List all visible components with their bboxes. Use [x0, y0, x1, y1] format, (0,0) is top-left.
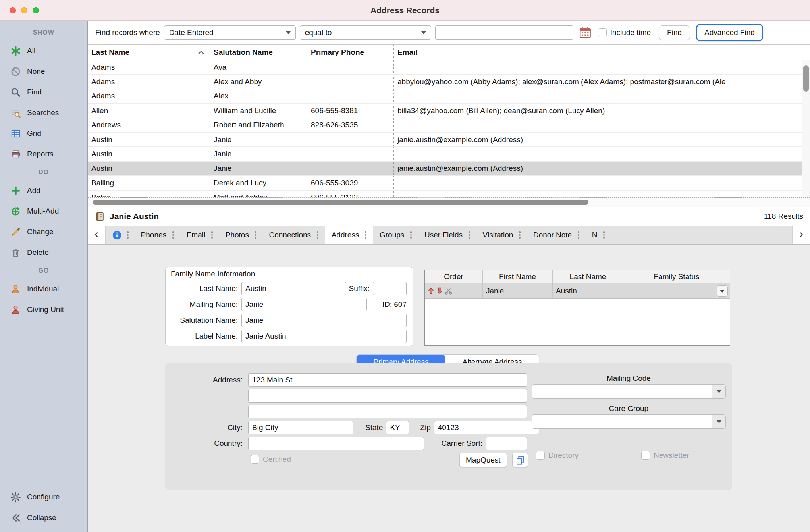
sidebar-item-individual[interactable]: Individual [0, 279, 87, 299]
sidebar-item-change[interactable]: Change [0, 222, 87, 242]
sidebar-item-all[interactable]: All [0, 40, 87, 61]
chevron-down-icon [421, 31, 426, 34]
find-button[interactable]: Find [659, 25, 690, 40]
tab-menu-dots-icon[interactable] [127, 231, 129, 239]
column-header-primary-phone[interactable]: Primary Phone [307, 45, 394, 60]
horizontal-scrollbar[interactable] [88, 198, 810, 207]
results-row-adams-2[interactable]: AdamsAlex [88, 89, 810, 104]
sidebar-item-configure[interactable]: Configure [0, 487, 87, 507]
address-line3-input[interactable] [248, 405, 527, 418]
sidebar-item-collapse[interactable]: Collapse [0, 507, 87, 528]
tab-menu-dots-icon[interactable] [255, 231, 256, 239]
results-row-austin-7[interactable]: AustinJaniejanie.austin@example.com (Add… [88, 162, 810, 176]
tab-photos[interactable]: Photos [219, 226, 263, 244]
tab-info[interactable] [106, 226, 135, 244]
window-title: Address Records [370, 6, 440, 15]
tab-donor-note[interactable]: Donor Note [527, 226, 586, 244]
tab-menu-dots-icon[interactable] [410, 231, 412, 239]
mailing-code-select[interactable] [532, 384, 726, 399]
scissors-icon[interactable] [445, 287, 452, 295]
sidebar-item-reports[interactable]: Reports [0, 144, 87, 164]
results-row-austin-5[interactable]: AustinJaniejanie.austin@example.com (Add… [88, 133, 810, 147]
copy-icon [515, 455, 525, 465]
tab-menu-dots-icon[interactable] [469, 231, 470, 239]
tab-phones[interactable]: Phones [135, 226, 180, 244]
tab-scroll-left-button[interactable]: ‹ [88, 226, 106, 244]
results-row-bates-9[interactable]: BatesMatt and Ashley606-555-3132 [88, 191, 810, 197]
add-icon [10, 185, 21, 196]
sidebar-item-multi-add[interactable]: Multi-Add [0, 201, 87, 222]
tab-user-fields[interactable]: User Fields [418, 226, 476, 244]
results-row-andrews-4[interactable]: AndrewsRobert and Elizabeth828-626-3535 [88, 118, 810, 133]
tab-menu-dots-icon[interactable] [519, 231, 521, 239]
close-window-button[interactable] [10, 7, 16, 13]
directory-checkbox[interactable] [536, 451, 545, 460]
column-header-salutation-name[interactable]: Salutation Name [210, 45, 307, 60]
results-row-allen-3[interactable]: AllenWilliam and Lucille606-555-8381bill… [88, 104, 810, 118]
cell-email: janie.austin@example.com (Address) [394, 133, 810, 146]
zoom-window-button[interactable] [33, 7, 39, 13]
move-up-icon[interactable] [427, 287, 435, 295]
results-row-austin-6[interactable]: AustinJanie [88, 147, 810, 161]
none-icon [10, 66, 21, 77]
include-time-checkbox[interactable] [598, 28, 607, 37]
member-last-name: Austin [553, 283, 623, 298]
newsletter-checkbox[interactable] [641, 451, 650, 460]
copy-address-button[interactable] [512, 453, 528, 467]
tab-n[interactable]: N [586, 226, 611, 244]
label-name-input[interactable] [241, 330, 407, 343]
sidebar-item-giving-unit[interactable]: Giving Unit [0, 299, 87, 320]
zip-input[interactable] [434, 421, 539, 434]
sidebar-item-grid[interactable]: Grid [0, 123, 87, 144]
find-field-select[interactable]: Date Entered [164, 25, 296, 40]
tab-menu-dots-icon[interactable] [603, 231, 605, 239]
tab-visitation[interactable]: Visitation [476, 226, 527, 244]
tab-groups[interactable]: Groups [373, 226, 418, 244]
results-row-adams-1[interactable]: AdamsAlex and Abbyabbylou@yahoo.com (Abb… [88, 75, 810, 89]
tab-scroll-right-button[interactable]: › [792, 226, 810, 244]
tab-menu-dots-icon[interactable] [211, 231, 213, 239]
find-value-input[interactable] [435, 25, 573, 40]
advanced-find-button[interactable]: Advanced Find [696, 24, 763, 41]
include-time-group: Include time [598, 28, 651, 37]
tab-email[interactable]: Email [180, 226, 219, 244]
sidebar-item-add[interactable]: Add [0, 180, 87, 201]
sidebar-item-searches[interactable]: Searches [0, 102, 87, 123]
tab-menu-dots-icon[interactable] [365, 231, 366, 239]
tab-connections[interactable]: Connections [263, 226, 325, 244]
sidebar-item-delete[interactable]: Delete [0, 242, 87, 263]
address-line1-input[interactable] [248, 373, 527, 387]
tab-menu-dots-icon[interactable] [578, 231, 579, 239]
find-operator-select[interactable]: equal to [300, 25, 431, 40]
tab-address[interactable]: Address [325, 226, 373, 244]
sidebar-item-label: Giving Unit [27, 305, 64, 314]
tab-menu-dots-icon[interactable] [317, 231, 318, 239]
country-input[interactable] [248, 437, 424, 450]
last-name-input[interactable] [241, 282, 346, 295]
horizontal-scrollbar-thumb[interactable] [93, 200, 588, 205]
vertical-scrollbar[interactable] [802, 60, 810, 197]
family-member-row[interactable]: JanieAustin [425, 283, 730, 299]
care-group-select[interactable] [532, 414, 726, 429]
mapquest-button[interactable]: MapQuest [459, 453, 507, 467]
carrier-sort-input[interactable] [486, 437, 527, 450]
certified-checkbox[interactable] [251, 455, 259, 464]
vertical-scrollbar-thumb[interactable] [803, 65, 809, 92]
state-input[interactable] [386, 421, 409, 434]
sidebar-item-find[interactable]: Find [0, 82, 87, 102]
tab-menu-dots-icon[interactable] [172, 231, 174, 239]
suffix-input[interactable] [373, 282, 407, 295]
column-header-last-name[interactable]: Last Name [88, 45, 210, 60]
mailing-name-input[interactable] [241, 298, 367, 311]
family-status-select[interactable] [717, 285, 728, 297]
results-row-adams-0[interactable]: AdamsAva [88, 60, 810, 75]
sidebar-item-none[interactable]: None [0, 61, 87, 82]
city-input[interactable] [248, 421, 353, 434]
move-down-icon[interactable] [436, 287, 444, 295]
column-header-email[interactable]: Email [394, 45, 810, 60]
minimize-window-button[interactable] [21, 7, 27, 13]
calendar-button[interactable] [577, 25, 593, 40]
salutation-name-input[interactable] [241, 314, 407, 327]
address-line2-input[interactable] [248, 389, 527, 403]
results-row-balling-8[interactable]: BallingDerek and Lucy606-555-3039 [88, 176, 810, 190]
